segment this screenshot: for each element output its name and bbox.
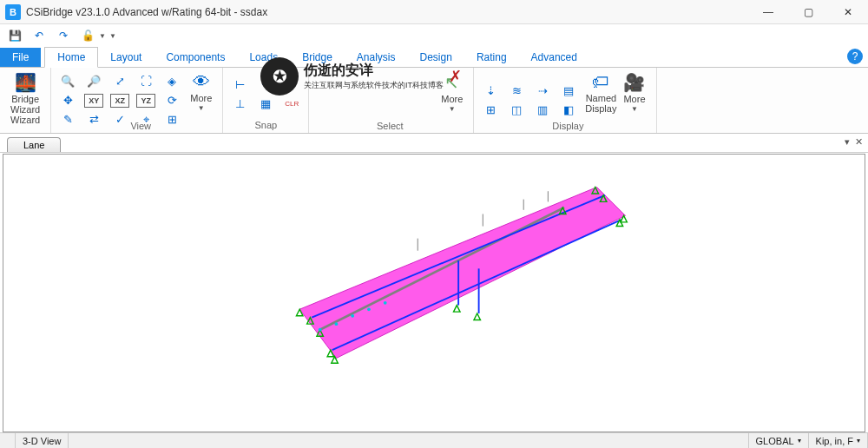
zoom-extents-icon[interactable]: ⤢ <box>110 73 129 90</box>
group-label-select: Select <box>316 121 464 131</box>
svg-point-4 <box>351 314 354 318</box>
svg-point-6 <box>335 322 339 326</box>
tab-analysis[interactable]: Analysis <box>345 48 408 67</box>
pan-icon[interactable]: ✥ <box>58 92 77 109</box>
disp-a-icon[interactable]: ⇣ <box>481 82 500 100</box>
ribbon: 🌉 Bridge Wizard Wizard 🔍 🔎 ⤢ ⛶ ◈ ✥ XY XZ… <box>0 68 868 134</box>
tab-layout[interactable]: Layout <box>98 48 154 67</box>
disp-c-icon[interactable]: ⇢ <box>533 82 552 100</box>
app-icon: B <box>5 4 21 20</box>
lock-icon[interactable]: 🔓 <box>80 28 95 43</box>
group-label-snap: Snap <box>254 120 277 130</box>
group-snap: ⊢ ⊣ ✶ ⊥ ▦ CLR Snap <box>223 68 309 133</box>
snap-mid-icon[interactable]: ⊣ <box>256 76 275 94</box>
disp-d-icon[interactable]: ▤ <box>559 82 578 100</box>
qat-customize-dropdown[interactable]: ▼ <box>109 32 116 40</box>
doctab-close-icon[interactable]: ✕ <box>855 136 863 148</box>
title-bar: B CSiBridge v23.1.0 Advanced w/Rating 64… <box>0 0 868 24</box>
disp-f-icon[interactable]: ◫ <box>507 102 526 119</box>
disp-b-icon[interactable]: ≋ <box>507 82 526 100</box>
quick-access-toolbar: 💾 ↶ ↷ 🔓▼ ▼ <box>0 24 868 47</box>
tab-design[interactable]: Design <box>408 48 464 67</box>
doctab-lane[interactable]: Lane <box>7 137 61 152</box>
tab-home[interactable]: Home <box>44 47 98 68</box>
group-display: ⇣ ≋ ⇢ ▤ ⊞ ◫ ▥ ◧ 🏷 Named Display 🎥 More ▼… <box>474 68 656 133</box>
disp-g-icon[interactable]: ▥ <box>533 102 552 119</box>
snap-grid-icon[interactable]: ▦ <box>256 96 275 113</box>
window-title: CSiBridge v23.1.0 Advanced w/Rating 64-b… <box>26 6 267 18</box>
undo-icon[interactable]: ↶ <box>31 28 47 43</box>
snap-end-icon[interactable]: ⊢ <box>230 76 249 94</box>
status-view-name: 3-D View <box>16 433 69 448</box>
tab-rating[interactable]: Rating <box>464 48 519 67</box>
status-units[interactable]: Kip, in, F▾ <box>809 433 868 448</box>
tab-loads[interactable]: Loads <box>237 48 290 67</box>
bridge-icon: 🌉 <box>15 72 36 93</box>
group-label-view: View <box>58 121 223 131</box>
svg-point-7 <box>367 307 371 311</box>
status-bar: 3-D View GLOBAL▾ Kip, in, F▾ <box>0 432 868 448</box>
doctab-dropdown-icon[interactable]: ▾ <box>845 136 850 148</box>
snap-int-icon[interactable]: ✶ <box>282 76 301 94</box>
ribbon-tab-strip: File Home Layout Components Loads Bridge… <box>0 47 868 68</box>
disp-h-icon[interactable]: ◧ <box>559 102 578 119</box>
camera-icon: 🎥 <box>623 72 645 93</box>
save-icon[interactable]: 💾 <box>7 28 23 43</box>
plane-yz-button[interactable]: YZ <box>136 94 155 108</box>
close-button[interactable]: ✕ <box>828 0 868 24</box>
zoom-window-icon[interactable]: ⛶ <box>136 73 155 90</box>
tab-bridge[interactable]: Bridge <box>290 48 345 67</box>
bridge-model-3d <box>3 155 865 432</box>
snap-clear-icon[interactable]: CLR <box>282 96 301 113</box>
disp-e-icon[interactable]: ⊞ <box>481 102 500 119</box>
eye-icon: 👁 <box>193 72 210 92</box>
svg-point-3 <box>319 328 322 332</box>
plane-xy-button[interactable]: XY <box>84 94 103 108</box>
svg-point-5 <box>384 301 387 305</box>
snap-perp-icon[interactable]: ⊥ <box>230 96 249 113</box>
status-coord-system[interactable]: GLOBAL▾ <box>749 433 809 448</box>
maximize-button[interactable]: ▢ <box>788 0 828 24</box>
plane-xz-button[interactable]: XZ <box>110 94 129 108</box>
bridge-wizard-button[interactable]: 🌉 Bridge Wizard Wizard <box>7 70 43 127</box>
group-select: ↖ More ▼ Select <box>309 68 474 133</box>
document-tab-bar: Lane ▾ ✕ <box>0 134 868 153</box>
group-view: 🔍 🔎 ⤢ ⛶ ◈ ✥ XY XZ YZ ⟳ ✎ ⇄ ✓ ⌖ ⊞ 👁 <box>51 68 223 133</box>
help-icon[interactable]: ? <box>847 49 863 64</box>
zoom-out-icon[interactable]: 🔎 <box>84 73 103 90</box>
model-viewport[interactable] <box>3 154 865 432</box>
rotate-icon[interactable]: ⟳ <box>162 92 181 109</box>
view-3d-icon[interactable]: ◈ <box>162 73 181 90</box>
zoom-in-icon[interactable]: 🔍 <box>58 73 77 90</box>
named-display-icon: 🏷 <box>592 72 609 92</box>
redo-icon[interactable]: ↷ <box>56 28 71 43</box>
cursor-icon: ↖ <box>444 72 459 93</box>
group-wizard: 🌉 Bridge Wizard Wizard <box>0 68 51 133</box>
group-label-display: Display <box>481 121 654 131</box>
minimize-button[interactable]: — <box>748 0 788 24</box>
tab-advanced[interactable]: Advanced <box>519 48 589 67</box>
svg-marker-0 <box>299 188 625 359</box>
tab-components[interactable]: Components <box>154 48 237 67</box>
tab-file[interactable]: File <box>0 48 41 67</box>
